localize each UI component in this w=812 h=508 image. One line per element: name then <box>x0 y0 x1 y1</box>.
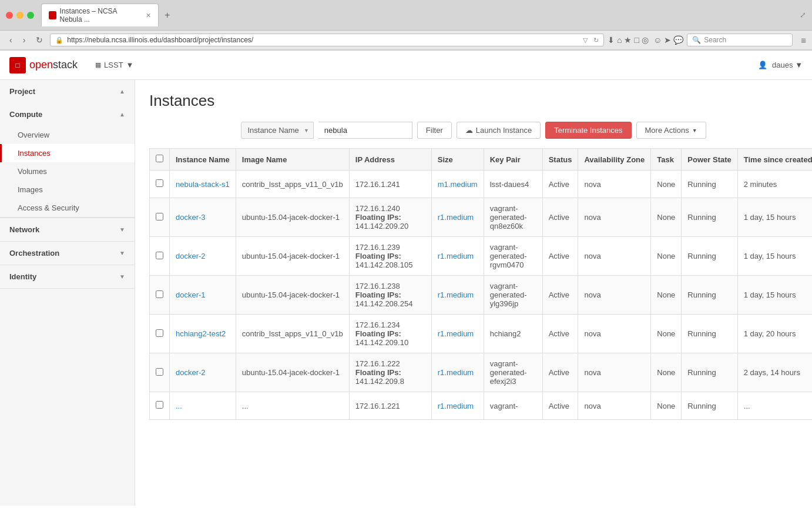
row-checkbox-cell <box>150 276 170 315</box>
close-window-button[interactable] <box>6 12 13 19</box>
download-icon[interactable]: ⬇ <box>608 35 615 45</box>
sidebar-item-access-security[interactable]: Access & Security <box>0 199 135 217</box>
sidebar-project-header[interactable]: Project ▲ <box>0 80 135 103</box>
reload-icon[interactable]: ↻ <box>593 36 599 44</box>
instance-name-cell: ... <box>170 392 236 420</box>
tab-close-button[interactable]: ✕ <box>146 12 151 19</box>
sidebar-compute-header[interactable]: Compute ▲ <box>0 103 135 126</box>
sidebar-item-overview[interactable]: Overview <box>0 126 135 144</box>
size-link[interactable]: r1.medium <box>438 402 474 410</box>
instance-link[interactable]: docker-2 <box>176 252 206 260</box>
send-icon[interactable]: ➤ <box>664 35 671 45</box>
sidebar-orchestration-header[interactable]: Orchestration ▼ <box>0 242 135 265</box>
filter-type-dropdown[interactable]: Instance Name <box>241 122 313 139</box>
select-all-checkbox[interactable] <box>156 155 163 162</box>
size-link[interactable]: r1.medium <box>438 329 474 338</box>
instance-link[interactable]: hchiang2-test2 <box>176 329 226 338</box>
sidebar-section-orchestration: Orchestration ▼ <box>0 242 135 265</box>
time-cell: 1 day, 15 hours <box>737 276 812 315</box>
instance-link[interactable]: docker-1 <box>176 290 206 299</box>
task-cell: None <box>651 171 682 198</box>
instance-link[interactable]: nebula-stack-s1 <box>176 180 230 189</box>
table-row: docker-1 ubuntu-15.04-jacek-docker-1 172… <box>150 276 813 315</box>
row-checkbox[interactable] <box>156 213 163 220</box>
sidebar-item-instances[interactable]: Instances <box>0 144 135 162</box>
pocket-icon[interactable]: ◎ <box>642 35 649 45</box>
project-label: LSST <box>104 61 123 69</box>
more-actions-button[interactable]: More Actions <box>636 122 706 139</box>
row-checkbox[interactable] <box>156 252 163 259</box>
minimize-window-button[interactable] <box>16 12 24 19</box>
back-button[interactable]: ‹ <box>6 34 16 46</box>
keypair-cell: vagrant-generated-qn8ez60k <box>484 198 542 237</box>
status-cell: Active <box>542 171 578 198</box>
table-row: nebula-stack-s1 contrib_lsst_apps_v11_0_… <box>150 171 813 198</box>
filter-input[interactable] <box>318 122 412 139</box>
chat-icon[interactable]: 💬 <box>673 35 683 45</box>
hamburger-menu-icon[interactable]: ≡ <box>801 35 806 45</box>
forward-button[interactable]: › <box>19 34 29 46</box>
terminate-instances-button[interactable]: Terminate Instances <box>545 122 631 139</box>
time-cell: 1 day, 20 hours <box>737 315 812 353</box>
ip-address-cell: 172.16.1.222Floating IPs:141.142.209.8 <box>349 353 431 392</box>
instance-link[interactable]: docker-2 <box>176 368 206 377</box>
browser-tab[interactable]: Instances – NCSA Nebula ... ✕ <box>41 4 159 26</box>
image-name-cell: contrib_lsst_apps_v11_0_v1b <box>236 171 349 198</box>
task-cell: None <box>651 237 682 276</box>
row-checkbox[interactable] <box>156 368 163 376</box>
browser-search-bar[interactable]: 🔍 Search <box>687 34 793 46</box>
instance-link[interactable]: ... <box>176 402 182 410</box>
refresh-button[interactable]: ↻ <box>32 34 46 46</box>
sidebar-item-volumes[interactable]: Volumes <box>0 162 135 181</box>
new-tab-button[interactable]: + <box>159 7 176 24</box>
power-cell: Running <box>682 353 737 392</box>
size-link[interactable]: r1.medium <box>438 368 474 377</box>
power-cell: Running <box>682 276 737 315</box>
instance-link[interactable]: docker-3 <box>176 213 206 222</box>
user-menu[interactable]: 👤 daues ▼ <box>758 61 803 69</box>
row-checkbox[interactable] <box>156 401 163 409</box>
row-checkbox[interactable] <box>156 179 163 187</box>
ip-address-cell: 172.16.1.221 <box>349 392 431 420</box>
image-name-cell: contrib_lsst_apps_v11_0_v1b <box>236 315 349 353</box>
sidebar-network-header[interactable]: Network ▼ <box>0 218 135 241</box>
resize-button[interactable]: ⤢ <box>800 11 806 19</box>
power-cell: Running <box>682 392 737 420</box>
size-link[interactable]: r1.medium <box>438 290 474 299</box>
instance-name-cell: docker-2 <box>170 353 236 392</box>
ip-address-cell: 172.16.1.238Floating IPs:141.142.208.254 <box>349 276 431 315</box>
row-checkbox[interactable] <box>156 290 163 298</box>
size-link[interactable]: r1.medium <box>438 252 474 260</box>
row-checkbox-cell <box>150 237 170 276</box>
size-link[interactable]: m1.medium <box>438 180 478 189</box>
bookmark-icon[interactable]: ★ <box>624 35 632 45</box>
browser-tabs: Instances – NCSA Nebula ... ✕ + <box>41 4 800 26</box>
status-cell: Active <box>542 315 578 353</box>
row-checkbox[interactable] <box>156 329 163 337</box>
filter-button[interactable]: Filter <box>417 122 452 139</box>
launch-instance-button[interactable]: ☁ Launch Instance <box>457 122 541 139</box>
sidebar-section-project: Project ▲ Compute ▲ Overview Instances V… <box>0 80 135 218</box>
keypair-cell: vagrant- <box>484 392 542 420</box>
sidebar-identity-label: Identity <box>9 272 36 281</box>
az-cell: nova <box>578 198 651 237</box>
keypair-cell: vagrant-generated-rgvm0470 <box>484 237 542 276</box>
url-bar[interactable]: 🔒 https://nebula.ncsa.illinois.edu/dashb… <box>50 34 604 46</box>
project-dropdown[interactable]: ▦ LSST ▼ <box>95 61 133 69</box>
row-checkbox-cell <box>150 198 170 237</box>
search-text: Search <box>704 36 726 44</box>
home-icon[interactable]: ⌂ <box>617 35 622 45</box>
sidebar-section-network: Network ▼ <box>0 218 135 242</box>
emoji-icon[interactable]: ☺ <box>653 35 662 45</box>
tab-favicon <box>49 11 56 19</box>
size-link[interactable]: r1.medium <box>438 213 474 222</box>
ip-primary: 172.16.1.234 <box>355 320 400 329</box>
image-name-cell: ubuntu-15.04-jacek-docker-1 <box>236 353 349 392</box>
sidebar-item-images[interactable]: Images <box>0 181 135 199</box>
status-cell: Active <box>542 276 578 315</box>
status-cell: Active <box>542 198 578 237</box>
share-icon[interactable]: □ <box>634 35 639 45</box>
status-cell: Active <box>542 353 578 392</box>
maximize-window-button[interactable] <box>27 12 34 19</box>
sidebar-identity-header[interactable]: Identity ▼ <box>0 265 135 288</box>
